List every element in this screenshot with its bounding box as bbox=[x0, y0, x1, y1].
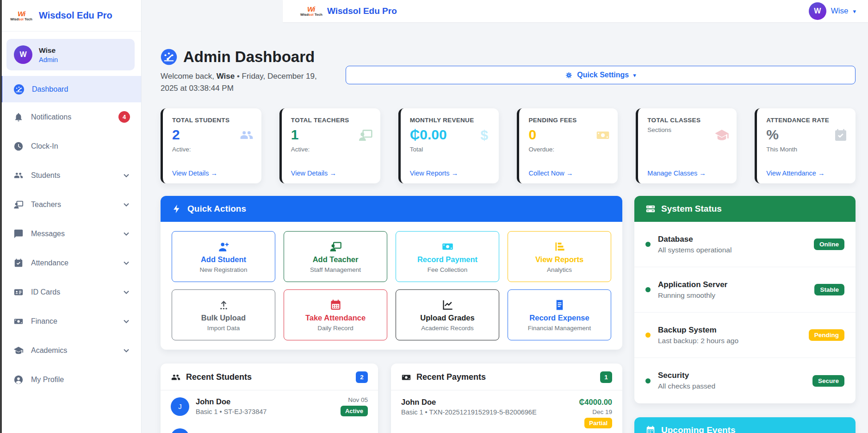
quick-actions-panel: Quick Actions Add Student New Registrati… bbox=[161, 196, 622, 350]
wisdsol-tech-logo-icon: Wi Wisdsol Tech bbox=[9, 10, 33, 21]
clock-icon bbox=[13, 141, 24, 151]
upload-grades-button[interactable]: Upload Grades Academic Records bbox=[396, 289, 499, 340]
user-menu-name: Wise bbox=[831, 6, 849, 16]
stat-label: MONTHLY REVENUE bbox=[410, 117, 491, 124]
recent-students-panel: Recent Students 2 J John Doe Basic 1 • S… bbox=[161, 364, 378, 433]
teacher-icon bbox=[358, 128, 373, 143]
sidebar-item-notifications[interactable]: Notifications 4 bbox=[0, 102, 141, 132]
status-row-backup: Backup System Last backup: 2 hours ago P… bbox=[634, 313, 856, 358]
caret-down-icon: ▾ bbox=[633, 72, 636, 79]
sidebar-item-my-profile[interactable]: My Profile bbox=[0, 365, 141, 394]
view-details-link[interactable]: View Details → bbox=[291, 169, 372, 177]
money-icon bbox=[441, 240, 454, 253]
user-role-link[interactable]: Admin bbox=[39, 56, 58, 63]
panel-title: Recent Students bbox=[186, 372, 252, 382]
calendar-check-icon bbox=[833, 128, 848, 143]
payment-amount: ₵4000.00 bbox=[579, 398, 612, 407]
logo-wi-glyph: Wi bbox=[300, 6, 322, 13]
student-list-item[interactable]: Sample Student Name Nov 04 bbox=[161, 422, 378, 433]
calendar-icon bbox=[329, 299, 342, 311]
stat-sub: Active: bbox=[291, 146, 372, 153]
sidebar-item-clock-in[interactable]: Clock-In bbox=[0, 132, 141, 161]
record-expense-button[interactable]: Record Expense Financial Management bbox=[508, 289, 611, 340]
sidebar-logo: Wi Wisdsol Tech Wisdsol Edu Pro bbox=[0, 0, 141, 31]
sidebar-item-attendance[interactable]: Attendance bbox=[0, 248, 141, 277]
receipt-icon bbox=[553, 299, 566, 311]
students-icon bbox=[171, 372, 181, 383]
collect-now-link[interactable]: Collect Now → bbox=[528, 169, 609, 177]
dollar-icon: $ bbox=[477, 128, 491, 143]
avatar: W bbox=[14, 45, 32, 64]
stat-sub: Total bbox=[410, 146, 491, 153]
sidebar-nav: Dashboard Notifications 4 Clock-In Stude… bbox=[0, 76, 141, 394]
upcoming-events-panel: Upcoming Events bbox=[634, 417, 856, 433]
chevron-down-icon bbox=[123, 318, 130, 325]
chevron-down-icon bbox=[123, 230, 130, 238]
sidebar-item-messages[interactable]: Messages bbox=[0, 219, 141, 248]
view-reports-button[interactable]: View Reports Analytics bbox=[508, 231, 611, 282]
status-desc: All systems operational bbox=[658, 246, 732, 254]
student-list-item[interactable]: J John Doe Basic 1 • ST-EJ-373847 Nov 05… bbox=[161, 390, 378, 422]
stat-label: PENDING FEES bbox=[528, 117, 609, 124]
bulk-upload-button[interactable]: Bulk Upload Import Data bbox=[172, 289, 275, 340]
graduation-cap-icon bbox=[13, 345, 24, 356]
view-attendance-link[interactable]: View Attendance → bbox=[766, 169, 847, 177]
topbar-navbar: Wi Wisdsol Tech Wisdsol Edu Pro W Wise ▾ bbox=[283, 0, 868, 22]
chevron-down-icon bbox=[123, 289, 130, 296]
payment-detail: Basic 1 • TXN-20251219152919-5-B200696E bbox=[401, 408, 579, 416]
avatar bbox=[171, 428, 189, 433]
status-name: Security bbox=[658, 371, 715, 380]
window-edge bbox=[0, 0, 2, 433]
record-payment-button[interactable]: Record Payment Fee Collection bbox=[396, 231, 499, 282]
view-details-link[interactable]: View Details → bbox=[172, 169, 253, 177]
person-circle-icon bbox=[13, 375, 24, 385]
sidebar-item-dashboard[interactable]: Dashboard bbox=[0, 76, 141, 102]
avatar[interactable]: W bbox=[809, 2, 826, 20]
wisdsol-tech-logo-icon: Wi Wisdsol Tech bbox=[300, 6, 322, 17]
logo-wordmark: Wisdsol Tech bbox=[300, 13, 322, 17]
graduation-cap-icon bbox=[714, 128, 729, 143]
status-name: Backup System bbox=[658, 326, 738, 335]
line-chart-icon bbox=[441, 299, 454, 311]
speedometer-icon bbox=[161, 49, 177, 65]
page-header: Admin Dashboard Welcome back, Wise • Fri… bbox=[161, 48, 856, 94]
system-status-panel: System Status Database All systems opera… bbox=[634, 196, 856, 403]
caret-down-icon: ▾ bbox=[853, 8, 856, 15]
status-dot bbox=[645, 378, 651, 383]
gear-icon bbox=[565, 71, 573, 79]
status-badge: Stable bbox=[814, 284, 844, 295]
bar-chart-icon bbox=[553, 240, 566, 253]
view-reports-link[interactable]: View Reports → bbox=[410, 169, 491, 177]
sidebar-item-id-cards[interactable]: ID Cards bbox=[0, 277, 141, 307]
lightning-icon bbox=[172, 204, 182, 214]
stat-card-pending-fees: PENDING FEES 0 Overdue: Collect Now → bbox=[517, 108, 618, 183]
sidebar-item-students[interactable]: Students bbox=[0, 161, 141, 190]
status-name: Database bbox=[658, 235, 732, 244]
welcome-text: Welcome back, Wise • Friday, December 19… bbox=[161, 70, 327, 94]
user-menu[interactable]: W Wise ▾ bbox=[809, 2, 856, 20]
quick-settings-button[interactable]: Quick Settings ▾ bbox=[346, 66, 856, 84]
nav-label: Dashboard bbox=[32, 85, 130, 94]
topbar-spacer bbox=[142, 0, 283, 22]
stat-label: TOTAL CLASSES bbox=[647, 117, 728, 124]
upload-icon bbox=[217, 299, 230, 311]
add-teacher-button[interactable]: Add Teacher Staff Management bbox=[284, 231, 387, 282]
sidebar-user-card[interactable]: W Wise Admin bbox=[6, 39, 135, 70]
status-desc: Last backup: 2 hours ago bbox=[658, 337, 738, 345]
sidebar-item-finance[interactable]: Finance bbox=[0, 307, 141, 336]
sidebar-item-teachers[interactable]: Teachers bbox=[0, 190, 141, 219]
chevron-down-icon bbox=[123, 259, 130, 267]
payment-list-item[interactable]: John Doe Basic 1 • TXN-20251219152919-5-… bbox=[391, 390, 622, 433]
stat-card-total-teachers: TOTAL TEACHERS 1 Active: View Details → bbox=[279, 108, 380, 183]
take-attendance-button[interactable]: Take Attendance Daily Record bbox=[284, 289, 387, 340]
nav-label: Attendance bbox=[31, 259, 115, 267]
server-icon bbox=[645, 204, 656, 214]
status-name: Application Server bbox=[658, 280, 727, 289]
chat-icon bbox=[13, 229, 24, 239]
nav-label: Messages bbox=[31, 230, 115, 238]
main-content: Admin Dashboard Welcome back, Wise • Fri… bbox=[142, 22, 868, 433]
app-title[interactable]: Wisdsol Edu Pro bbox=[327, 6, 397, 16]
add-student-button[interactable]: Add Student New Registration bbox=[172, 231, 275, 282]
manage-classes-link[interactable]: Manage Classes → bbox=[647, 169, 728, 177]
sidebar-item-academics[interactable]: Academics bbox=[0, 336, 141, 365]
